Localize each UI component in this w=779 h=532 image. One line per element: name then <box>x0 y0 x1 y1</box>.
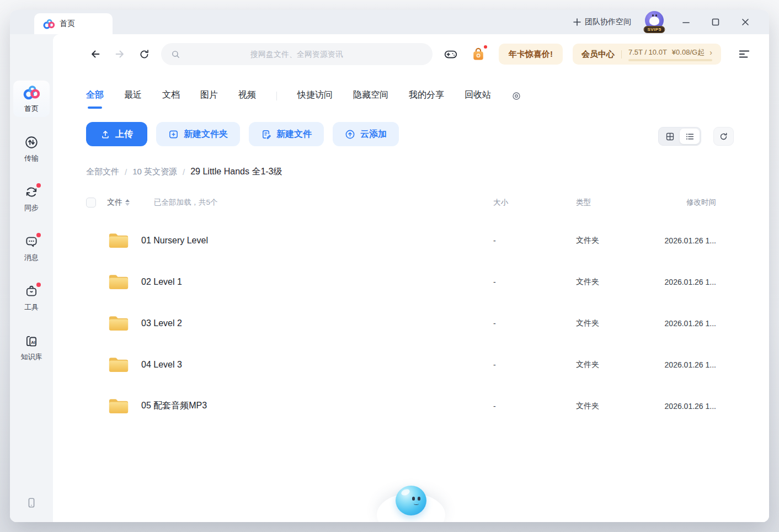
file-modified: 2026.01.26 1... <box>600 360 716 369</box>
sidebar-item-messages[interactable]: 消息 <box>13 230 50 266</box>
file-type: 文件夹 <box>517 360 600 370</box>
notification-dot <box>36 283 41 287</box>
file-name: 01 Nursery Level <box>141 236 208 246</box>
file-row[interactable]: 03 Level 2 - 文件夹 2026.01.26 1... <box>53 302 769 344</box>
tab-videos[interactable]: 视频 <box>238 89 256 102</box>
sidebar-item-home[interactable]: 首页 <box>13 81 50 117</box>
cloud-add-button[interactable]: 云添加 <box>333 122 399 146</box>
chevron-right-icon: › <box>709 48 712 57</box>
back-button[interactable] <box>86 45 105 63</box>
file-column-label: 文件 <box>107 198 122 208</box>
category-tabs: 全部 最近 文档 图片 视频 快捷访问 隐藏空间 我的分享 回收站 <box>86 89 769 102</box>
app-window: 首页 团队协作空间 SVIP5 <box>10 10 769 522</box>
file-row[interactable]: 04 Level 3 - 文件夹 2026.01.26 1... <box>53 344 769 385</box>
desktop-background: 首页 团队协作空间 SVIP5 <box>0 0 779 532</box>
home-tab[interactable]: 首页 <box>34 13 113 34</box>
grid-icon <box>665 132 675 141</box>
list-icon <box>685 132 695 141</box>
folder-icon <box>108 355 129 374</box>
file-size: - <box>435 360 517 369</box>
file-row[interactable]: 05 配套音频MP3 - 文件夹 2026.01.26 1... <box>53 385 769 427</box>
search-input[interactable] <box>161 43 433 65</box>
file-name: 04 Level 3 <box>141 360 182 370</box>
minimize-button[interactable] <box>676 13 695 31</box>
maximize-button[interactable] <box>706 13 725 31</box>
breadcrumb-separator: / <box>183 167 185 177</box>
modified-column-label: 修改时间 <box>600 198 716 208</box>
list-view-button[interactable] <box>680 129 700 144</box>
collapse-menu-icon[interactable] <box>735 45 754 63</box>
file-name: 03 Level 2 <box>141 318 182 328</box>
reload-button[interactable] <box>135 45 153 63</box>
tab-my-shares[interactable]: 我的分享 <box>409 89 444 102</box>
mobile-app-icon[interactable] <box>25 497 38 509</box>
grid-view-button[interactable] <box>660 129 680 144</box>
file-name: 02 Level 1 <box>141 277 182 287</box>
breadcrumb-current: 29 Little Hands 全1-3级 <box>190 166 282 178</box>
plus-icon <box>573 18 581 26</box>
breadcrumb-parent[interactable]: 10 英文资源 <box>132 167 177 177</box>
member-center-label: 会员中心 <box>581 49 615 60</box>
sidebar-item-knowledge[interactable]: AI 知识库 <box>13 329 50 365</box>
tab-recycle-bin[interactable]: 回收站 <box>465 89 491 102</box>
sort-toggle[interactable] <box>125 199 130 206</box>
tab-pictures[interactable]: 图片 <box>200 89 218 102</box>
new-file-button[interactable]: 新建文件 <box>249 122 324 146</box>
divider <box>621 50 622 58</box>
sidebar-item-tools[interactable]: 工具 <box>13 279 50 316</box>
ai-assistant-mascot[interactable] <box>375 493 447 522</box>
toolbox-icon <box>23 283 40 300</box>
close-button[interactable] <box>736 13 755 31</box>
tab-hidden-space[interactable]: 隐藏空间 <box>353 89 388 102</box>
file-modified: 2026.01.26 1... <box>600 402 716 411</box>
sidebar-label: 知识库 <box>21 352 42 362</box>
sync-icon <box>23 184 40 200</box>
titlebar[interactable]: 首页 团队协作空间 SVIP5 <box>10 10 769 34</box>
forward-button[interactable] <box>110 45 129 63</box>
tab-recent[interactable]: 最近 <box>124 89 142 102</box>
promo-button[interactable]: 年卡惊喜价! <box>499 44 563 65</box>
games-icon[interactable] <box>441 45 460 63</box>
file-row[interactable]: 02 Level 1 - 文件夹 2026.01.26 1... <box>53 261 769 302</box>
transfer-icon <box>23 134 40 151</box>
shop-bag-icon[interactable] <box>469 45 488 63</box>
file-modified: 2026.01.26 1... <box>600 236 716 245</box>
new-folder-button[interactable]: 新建文件夹 <box>156 122 240 146</box>
breadcrumb-root[interactable]: 全部文件 <box>86 167 119 177</box>
category-settings-icon[interactable] <box>511 91 521 101</box>
tab-documents[interactable]: 文档 <box>162 89 180 102</box>
file-modified: 2026.01.26 1... <box>600 319 716 328</box>
tab-quick-access[interactable]: 快捷访问 <box>297 89 333 102</box>
sidebar-item-transfer[interactable]: 传输 <box>13 130 50 167</box>
file-type: 文件夹 <box>517 236 600 246</box>
netdisk-logo-icon <box>43 19 55 29</box>
sidebar-item-sync[interactable]: 同步 <box>13 180 50 216</box>
team-space-label: 团队协作空间 <box>585 17 631 27</box>
file-size: - <box>435 319 517 328</box>
storage-progress-bar <box>628 59 712 61</box>
refresh-list-button[interactable] <box>713 127 734 146</box>
member-center-button[interactable]: 会员中心 7.5T / 10.0T ¥0.08/G起 › <box>573 44 721 65</box>
netdisk-logo-icon <box>23 84 40 101</box>
search-bar[interactable] <box>161 43 433 65</box>
storage-usage: 7.5T / 10.0T <box>628 48 667 56</box>
folder-icon <box>108 273 129 291</box>
team-space-button[interactable]: 团队协作空间 <box>573 17 631 27</box>
new-folder-icon <box>168 129 179 140</box>
ai-knowledge-icon: AI <box>23 333 40 349</box>
sidebar-label: 工具 <box>24 302 39 312</box>
file-list: 01 Nursery Level - 文件夹 2026.01.26 1... <box>53 220 769 427</box>
notification-dot <box>36 183 41 188</box>
file-row[interactable]: 01 Nursery Level - 文件夹 2026.01.26 1... <box>53 220 769 261</box>
avatar[interactable]: SVIP5 <box>643 11 665 33</box>
tab-all[interactable]: 全部 <box>86 89 104 102</box>
file-type: 文件夹 <box>517 318 600 328</box>
upload-button[interactable]: 上传 <box>86 122 147 146</box>
search-icon <box>171 50 180 59</box>
upload-icon <box>100 129 110 139</box>
select-all-checkbox[interactable] <box>86 198 96 208</box>
refresh-icon <box>719 132 728 141</box>
view-mode-toggle <box>658 127 701 146</box>
file-type: 文件夹 <box>517 277 600 287</box>
sidebar-label: 传输 <box>24 153 39 163</box>
